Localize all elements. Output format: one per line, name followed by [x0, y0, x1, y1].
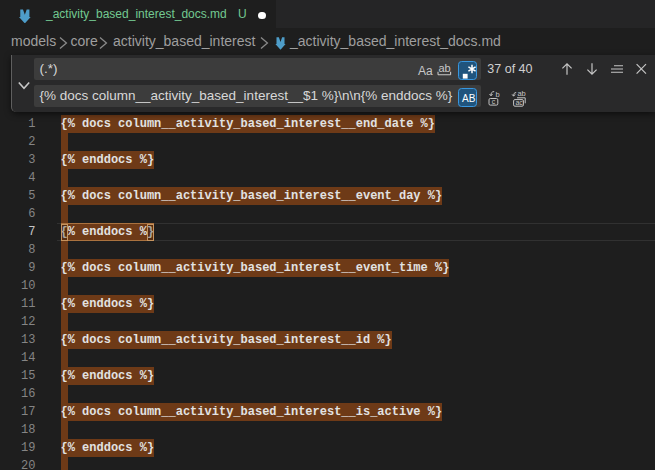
svg-text:ac: ac — [515, 99, 523, 106]
svg-text:Aa: Aa — [418, 64, 433, 78]
svg-text:c: c — [492, 98, 496, 105]
svg-text:b: b — [496, 90, 500, 99]
svg-text:ab: ab — [439, 62, 451, 74]
svg-text:AB: AB — [462, 93, 476, 104]
svg-text:ab: ab — [517, 90, 525, 98]
